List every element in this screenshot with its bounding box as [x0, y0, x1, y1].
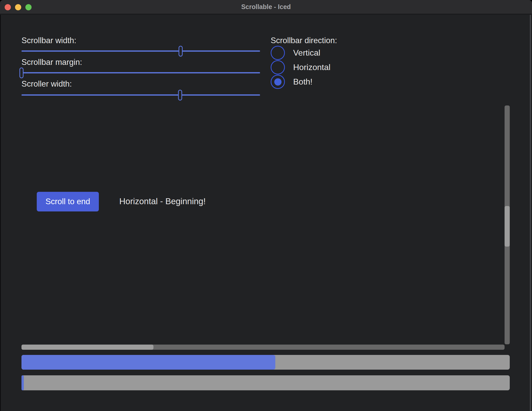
window-left-edge	[0, 15, 1, 411]
vertical-scrollbar-thumb[interactable]	[505, 206, 510, 247]
window-right-edge	[530, 15, 531, 411]
slider-thumb[interactable]	[178, 90, 182, 101]
radio-icon	[271, 60, 285, 74]
horizontal-scrollbar[interactable]	[21, 345, 505, 350]
radio-label: Horizontal	[293, 63, 330, 72]
scroll-to-end-button[interactable]: Scroll to end	[37, 192, 99, 211]
radio-label: Vertical	[293, 48, 320, 58]
app-window: Scrollable - Iced Scrollbar width: Scrol…	[0, 0, 532, 411]
scroll-status-text: Horizontal - Beginning!	[119, 196, 206, 206]
titlebar[interactable]: Scrollable - Iced	[0, 0, 532, 15]
radio-icon	[271, 75, 285, 89]
slider-thumb[interactable]	[179, 46, 183, 57]
slider-track	[21, 94, 260, 96]
screen: Scrollable - Iced Scrollbar width: Scrol…	[0, 0, 532, 411]
scrollbar-margin-slider[interactable]	[21, 67, 260, 78]
scrollbar-direction-label: Scrollbar direction:	[271, 36, 337, 45]
scrollbar-margin-label: Scrollbar margin:	[21, 57, 82, 67]
slider-thumb[interactable]	[19, 67, 24, 78]
radio-icon	[271, 46, 285, 60]
progress-fill	[21, 375, 24, 390]
vertical-scrollbar[interactable]	[505, 105, 510, 344]
radio-option-horizontal[interactable]: Horizontal	[271, 60, 330, 74]
scroller-width-label: Scroller width:	[21, 79, 72, 89]
slider-track	[21, 50, 260, 52]
progress-fill	[21, 355, 275, 370]
window-title: Scrollable - Iced	[0, 0, 532, 14]
radio-option-both[interactable]: Both!	[271, 75, 313, 89]
scrollbar-width-label: Scrollbar width:	[21, 36, 76, 45]
horizontal-scrollbar-thumb[interactable]	[21, 345, 153, 350]
radio-dot-icon	[274, 78, 282, 86]
radio-label: Both!	[293, 77, 313, 87]
scrollbar-width-slider[interactable]	[21, 46, 260, 57]
scroller-width-slider[interactable]	[21, 90, 260, 101]
vertical-progress-bar	[21, 375, 510, 390]
slider-track	[21, 72, 260, 73]
radio-option-vertical[interactable]: Vertical	[271, 46, 320, 60]
horizontal-progress-bar	[21, 355, 510, 370]
